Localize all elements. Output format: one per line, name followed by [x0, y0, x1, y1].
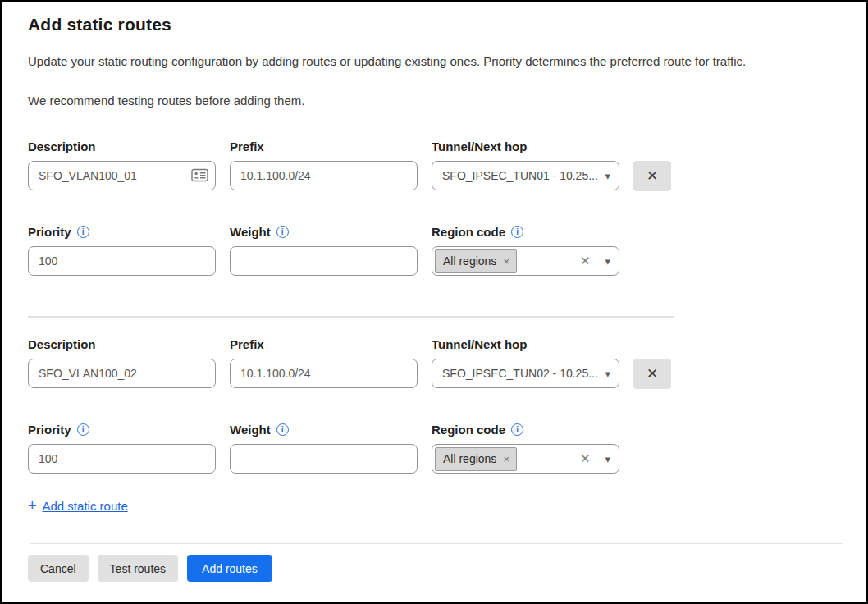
- chevron-down-icon: ▾: [605, 170, 610, 182]
- dialog-footer: Cancel Test routes Add routes: [28, 543, 840, 582]
- region-tag: All regions ×: [435, 249, 517, 273]
- recommendation-text: We recommend testing routes before addin…: [28, 94, 840, 108]
- clear-selection-icon[interactable]: ✕: [580, 254, 591, 268]
- route-block-1: Description Prefix: [28, 139, 840, 276]
- priority-label: Priority: [28, 423, 71, 437]
- remove-tag-icon[interactable]: ×: [503, 453, 509, 465]
- tunnel-select[interactable]: SFO_IPSEC_TUN01 - 10.25... ▾: [432, 161, 619, 190]
- region-tag-label: All regions: [443, 452, 496, 465]
- prefix-field-2: Prefix: [230, 336, 418, 388]
- plus-icon: +: [28, 498, 37, 513]
- description-field-1: Description: [28, 139, 216, 190]
- region-field-1: Region code i All regions × ✕ ▾: [432, 224, 619, 276]
- test-routes-button[interactable]: Test routes: [98, 555, 178, 582]
- prefix-label: Prefix: [230, 140, 264, 153]
- chevron-down-icon: ▾: [605, 368, 610, 380]
- tunnel-label: Tunnel/Next hop: [432, 140, 527, 153]
- add-static-routes-dialog: Add static routes Update your static rou…: [2, 2, 866, 582]
- info-icon[interactable]: i: [276, 226, 289, 238]
- tunnel-selected-value: SFO_IPSEC_TUN01 - 10.25...: [442, 169, 600, 182]
- region-label: Region code: [432, 423, 505, 437]
- remove-tag-icon[interactable]: ×: [503, 255, 509, 268]
- priority-input[interactable]: [28, 444, 216, 474]
- priority-label: Priority: [28, 225, 71, 239]
- priority-field-2: Priority i: [28, 422, 216, 474]
- weight-field-2: Weight i: [230, 422, 418, 474]
- region-multiselect[interactable]: All regions × ✕ ▾: [432, 444, 619, 474]
- chevron-down-icon: ▾: [605, 255, 610, 268]
- footer-divider: [30, 543, 843, 544]
- weight-input[interactable]: [230, 444, 418, 474]
- weight-label: Weight: [230, 225, 271, 239]
- info-icon[interactable]: i: [77, 226, 89, 238]
- description-field-2: Description: [28, 336, 216, 388]
- tunnel-field-2: Tunnel/Next hop SFO_IPSEC_TUN02 - 10.25.…: [432, 336, 619, 388]
- weight-field-1: Weight i: [230, 224, 418, 276]
- description-label: Description: [28, 140, 96, 153]
- remove-route-button[interactable]: ✕: [633, 359, 671, 389]
- tunnel-label: Tunnel/Next hop: [432, 337, 527, 351]
- route-block-2: Description Prefix Tunnel/Next hop SFO_I…: [28, 336, 840, 474]
- chevron-down-icon: ▾: [605, 453, 610, 465]
- tunnel-selected-value: SFO_IPSEC_TUN02 - 10.25...: [442, 367, 600, 380]
- description-input[interactable]: [28, 161, 216, 190]
- prefix-label: Prefix: [230, 337, 264, 351]
- intro-text: Update your static routing configuration…: [28, 54, 840, 68]
- region-label: Region code: [432, 225, 505, 239]
- weight-input[interactable]: [230, 246, 418, 276]
- region-tag-label: All regions: [443, 254, 496, 268]
- info-icon[interactable]: i: [511, 423, 523, 436]
- region-field-2: Region code i All regions × ✕ ▾: [432, 422, 619, 474]
- prefix-field-1: Prefix: [230, 139, 418, 190]
- info-icon[interactable]: i: [511, 226, 523, 238]
- route-divider: [28, 316, 674, 318]
- priority-input[interactable]: [28, 246, 216, 276]
- prefix-input[interactable]: [230, 359, 418, 388]
- add-routes-button[interactable]: Add routes: [187, 555, 272, 582]
- weight-label: Weight: [230, 423, 271, 437]
- info-icon[interactable]: i: [77, 423, 89, 436]
- clear-selection-icon[interactable]: ✕: [580, 451, 591, 466]
- tunnel-select[interactable]: SFO_IPSEC_TUN02 - 10.25... ▾: [432, 359, 619, 388]
- add-static-route-link[interactable]: + Add static route: [28, 498, 128, 513]
- prefix-input[interactable]: [230, 161, 418, 190]
- description-input[interactable]: [28, 359, 216, 388]
- contact-card-icon: [191, 168, 208, 182]
- page-title: Add static routes: [28, 15, 840, 34]
- info-icon[interactable]: i: [276, 423, 289, 436]
- close-icon: ✕: [646, 365, 658, 382]
- priority-field-1: Priority i: [28, 224, 216, 276]
- tunnel-field-1: Tunnel/Next hop SFO_IPSEC_TUN01 - 10.25.…: [432, 139, 619, 190]
- region-tag: All regions ×: [435, 447, 517, 471]
- close-icon: ✕: [646, 167, 658, 185]
- description-label: Description: [28, 337, 96, 351]
- region-multiselect[interactable]: All regions × ✕ ▾: [432, 246, 619, 276]
- add-static-route-label: Add static route: [43, 499, 128, 513]
- cancel-button[interactable]: Cancel: [28, 555, 89, 582]
- remove-route-button[interactable]: ✕: [633, 161, 671, 191]
